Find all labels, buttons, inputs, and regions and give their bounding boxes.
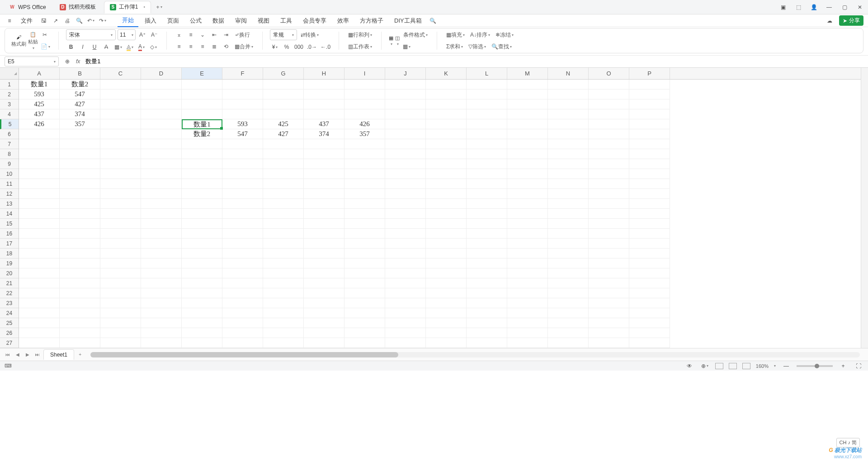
tab-template[interactable]: D 找稻壳模板 [54,1,101,14]
cell-F22[interactable] [222,288,263,298]
cell-B17[interactable] [60,239,100,249]
col-header-A[interactable]: A [19,68,60,79]
col-header-I[interactable]: I [344,68,385,79]
cell-I16[interactable] [344,229,385,239]
cell-B13[interactable] [60,199,100,209]
cell-L8[interactable] [467,149,507,159]
cell-G16[interactable] [263,229,304,239]
cell-D7[interactable] [141,139,182,149]
cell-E3[interactable] [182,99,222,109]
cell-O8[interactable] [589,149,629,159]
cell-H9[interactable] [304,159,344,169]
rows-cols-button[interactable]: ▦ 行和列 [346,30,374,40]
cell-J19[interactable] [385,258,426,268]
cell-D10[interactable] [141,169,182,179]
cell-E10[interactable] [182,169,222,179]
cell-B21[interactable] [60,278,100,288]
table-style-button[interactable]: ▦ [389,35,393,46]
underline-button[interactable]: U [90,42,99,52]
cell-J23[interactable] [385,298,426,308]
decrease-decimal-button[interactable]: ←.0 [320,42,331,52]
row-header-6[interactable]: 6 [0,129,19,139]
cell-H3[interactable] [304,99,344,109]
vertical-scrollbar[interactable] [861,68,868,348]
cell-A14[interactable] [19,209,60,219]
cell-C3[interactable] [100,99,141,109]
cell-D22[interactable] [141,288,182,298]
cell-K19[interactable] [426,258,467,268]
row-header-10[interactable]: 10 [0,169,19,179]
cell-E2[interactable] [182,89,222,99]
cond-format-button[interactable]: 条件格式 [401,30,429,40]
cell-F3[interactable] [222,99,263,109]
cell-E5[interactable]: 数量1 [182,119,222,129]
cell-P19[interactable] [629,258,670,268]
cell-M15[interactable] [507,219,548,229]
cell-P1[interactable] [629,80,670,89]
cell-D18[interactable] [141,249,182,258]
cell-E20[interactable] [182,268,222,278]
row-header-16[interactable]: 16 [0,229,19,239]
cell-N6[interactable] [548,129,589,139]
cell-D14[interactable] [141,209,182,219]
cell-L17[interactable] [467,239,507,249]
cell-N8[interactable] [548,149,589,159]
cell-P13[interactable] [629,199,670,209]
cell-G6[interactable]: 427 [263,129,304,139]
increase-indent-button[interactable]: ⇥ [221,30,231,40]
cell-G4[interactable] [263,109,304,119]
cell-O17[interactable] [589,239,629,249]
cell-E18[interactable] [182,249,222,258]
cell-A19[interactable] [19,258,60,268]
cell-C7[interactable] [100,139,141,149]
cell-A22[interactable] [19,288,60,298]
cell-B6[interactable] [60,129,100,139]
avatar-icon[interactable]: 👤 [809,3,818,12]
cell-I15[interactable] [344,219,385,229]
cell-G17[interactable] [263,239,304,249]
cell-K9[interactable] [426,159,467,169]
cloud-icon[interactable]: ☁ [825,16,835,26]
cell-J24[interactable] [385,308,426,318]
cell-E19[interactable] [182,258,222,268]
undo-button[interactable]: ↶ [86,16,96,26]
menu-view[interactable]: 视图 [253,15,274,27]
cell-D27[interactable] [141,338,182,348]
cell-J18[interactable] [385,249,426,258]
cell-F27[interactable] [222,338,263,348]
cell-M24[interactable] [507,308,548,318]
cell-J7[interactable] [385,139,426,149]
row-header-11[interactable]: 11 [0,179,19,189]
cell-G25[interactable] [263,318,304,328]
copy-button[interactable]: 📄 [40,42,51,52]
cell-B25[interactable] [60,318,100,328]
cell-C25[interactable] [100,318,141,328]
cell-O20[interactable] [589,268,629,278]
cell-M26[interactable] [507,328,548,338]
cell-J6[interactable] [385,129,426,139]
cell-F20[interactable] [222,268,263,278]
fill-color-button[interactable]: ◬ [125,42,135,52]
formula-input[interactable] [84,56,863,66]
cell-H26[interactable] [304,328,344,338]
cell-H5[interactable]: 437 [304,119,344,129]
cell-O9[interactable] [589,159,629,169]
cell-G22[interactable] [263,288,304,298]
save-icon[interactable]: 🖫 [39,16,49,26]
cell-J27[interactable] [385,338,426,348]
cell-F15[interactable] [222,219,263,229]
cell-F21[interactable] [222,278,263,288]
cell-B1[interactable]: 数量2 [60,80,100,89]
cell-N21[interactable] [548,278,589,288]
cell-J9[interactable] [385,159,426,169]
cell-P26[interactable] [629,328,670,338]
cell-L12[interactable] [467,189,507,199]
cell-F8[interactable] [222,149,263,159]
export-icon[interactable]: ↗ [51,16,61,26]
row-header-26[interactable]: 26 [0,328,19,338]
cell-F25[interactable] [222,318,263,328]
cell-D12[interactable] [141,189,182,199]
cell-D3[interactable] [141,99,182,109]
select-all-corner[interactable]: ◢ [0,68,19,80]
cell-N15[interactable] [548,219,589,229]
